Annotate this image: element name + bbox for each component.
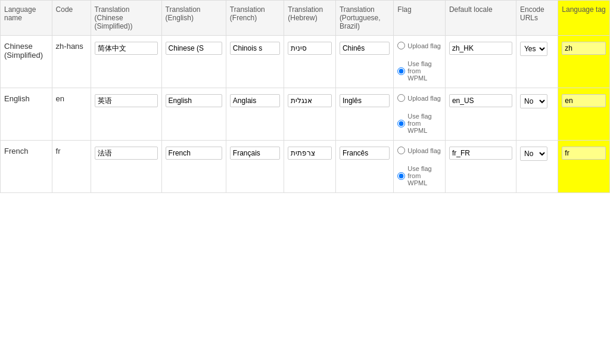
header-lang-tag: Language tag — [558, 1, 610, 36]
trans-fr-input[interactable] — [230, 147, 280, 160]
trans-en-input[interactable] — [166, 147, 222, 160]
trans-fr-cell[interactable] — [226, 36, 284, 88]
header-code: Code — [52, 1, 91, 36]
lang-code-cell: fr — [52, 141, 91, 193]
flag-cell[interactable]: Upload flag Use flag from WPML — [394, 141, 446, 193]
header-flag: Flag — [394, 1, 446, 36]
trans-en-cell[interactable] — [161, 88, 226, 141]
encode-urls-select[interactable]: YesNo — [520, 94, 547, 108]
header-trans-he: Translation (Hebrew) — [284, 1, 336, 36]
flag-wpml-label: Use flag from WPML — [407, 113, 441, 134]
table-row: Chinese (Simplified)zh-hans Upload flag … — [1, 36, 610, 88]
encode-urls-cell[interactable]: YesNo — [516, 88, 558, 141]
header-trans-cn: Translation (Chinese (Simplified)) — [91, 1, 161, 36]
header-trans-pt: Translation (Portuguese, Brazil) — [335, 1, 393, 36]
trans-he-cell[interactable] — [284, 88, 336, 141]
flag-options: Upload flag Use flag from WPML — [397, 147, 441, 186]
encode-urls-select[interactable]: YesNo — [520, 147, 547, 161]
default-locale-cell[interactable] — [445, 36, 516, 88]
flag-cell[interactable]: Upload flag Use flag from WPML — [394, 36, 446, 88]
lang-tag-input[interactable] — [562, 94, 606, 107]
flag-upload-radio[interactable] — [397, 94, 405, 102]
encode-urls-cell[interactable]: YesNo — [516, 141, 558, 193]
flag-upload-radio[interactable] — [397, 42, 405, 49]
trans-he-input[interactable] — [288, 94, 332, 107]
header-encode-urls: Encode URLs — [516, 1, 558, 36]
lang-tag-cell[interactable] — [558, 88, 610, 141]
trans-cn-input[interactable] — [95, 42, 158, 55]
encode-urls-cell[interactable]: YesNo — [516, 36, 558, 88]
trans-he-input[interactable] — [288, 42, 332, 55]
lang-code-cell: zh-hans — [52, 36, 91, 88]
flag-upload-radio[interactable] — [397, 147, 405, 154]
trans-cn-input[interactable] — [95, 94, 158, 107]
flag-upload-label: Upload flag — [407, 147, 441, 154]
lang-tag-cell[interactable] — [558, 36, 610, 88]
trans-cn-cell[interactable] — [91, 88, 161, 141]
trans-pt-input[interactable] — [340, 147, 390, 160]
default-locale-cell[interactable] — [445, 88, 516, 141]
default-locale-input[interactable] — [449, 42, 512, 55]
table-row: Frenchfr Upload flag Use flag from WPML … — [1, 141, 610, 193]
default-locale-input[interactable] — [449, 147, 512, 160]
default-locale-cell[interactable] — [445, 141, 516, 193]
trans-pt-input[interactable] — [340, 94, 390, 107]
flag-upload-label: Upload flag — [407, 42, 441, 49]
languages-table: Language name Code Translation (Chinese … — [0, 0, 610, 193]
trans-fr-cell[interactable] — [226, 88, 284, 141]
flag-wpml-radio[interactable] — [397, 67, 405, 75]
default-locale-input[interactable] — [449, 94, 512, 107]
lang-tag-input[interactable] — [562, 42, 606, 55]
encode-urls-select[interactable]: YesNo — [520, 42, 547, 56]
trans-he-cell[interactable] — [284, 141, 336, 193]
lang-name-cell: French — [1, 141, 52, 193]
trans-en-cell[interactable] — [161, 141, 226, 193]
trans-cn-cell[interactable] — [91, 141, 161, 193]
flag-wpml-radio[interactable] — [397, 172, 405, 180]
trans-pt-cell[interactable] — [335, 141, 393, 193]
header-default-locale: Default locale — [445, 1, 516, 36]
trans-cn-cell[interactable] — [91, 36, 161, 88]
trans-en-cell[interactable] — [161, 36, 226, 88]
table-row: Englishen Upload flag Use flag from WPML… — [1, 88, 610, 141]
header-trans-fr: Translation (French) — [226, 1, 284, 36]
trans-pt-cell[interactable] — [335, 88, 393, 141]
header-lang-name: Language name — [1, 1, 52, 36]
trans-en-input[interactable] — [166, 42, 222, 55]
header-trans-en: Translation (English) — [161, 1, 226, 36]
flag-wpml-radio[interactable] — [397, 120, 405, 127]
trans-pt-cell[interactable] — [335, 36, 393, 88]
lang-tag-cell[interactable] — [558, 141, 610, 193]
trans-fr-input[interactable] — [230, 42, 280, 55]
flag-options: Upload flag Use flag from WPML — [397, 94, 441, 134]
lang-tag-input[interactable] — [562, 147, 606, 160]
lang-name-cell: Chinese (Simplified) — [1, 36, 52, 88]
trans-fr-cell[interactable] — [226, 141, 284, 193]
lang-name-cell: English — [1, 88, 52, 141]
flag-upload-label: Upload flag — [407, 95, 441, 102]
trans-fr-input[interactable] — [230, 94, 280, 107]
languages-table-container: Language name Code Translation (Chinese … — [0, 0, 610, 193]
flag-wpml-label: Use flag from WPML — [407, 165, 441, 186]
trans-he-input[interactable] — [288, 147, 332, 160]
trans-cn-input[interactable] — [95, 147, 158, 160]
trans-pt-input[interactable] — [340, 42, 390, 55]
flag-wpml-label: Use flag from WPML — [407, 60, 441, 82]
flag-cell[interactable]: Upload flag Use flag from WPML — [394, 88, 446, 141]
flag-options: Upload flag Use flag from WPML — [397, 42, 441, 82]
trans-he-cell[interactable] — [284, 36, 336, 88]
trans-en-input[interactable] — [166, 94, 222, 107]
lang-code-cell: en — [52, 88, 91, 141]
